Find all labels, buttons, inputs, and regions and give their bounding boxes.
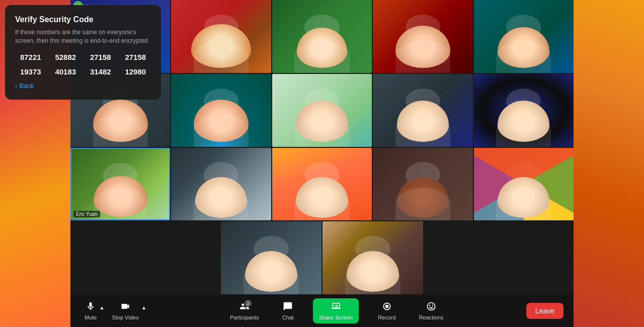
record-button[interactable]: Record — [374, 299, 399, 323]
security-codes-row2: 19373 40183 31482 12980 — [15, 67, 151, 76]
share-screen-icon — [331, 301, 341, 313]
video-cell — [272, 148, 372, 221]
video-cell — [373, 148, 472, 221]
participant-name-eric-yuan: Eric Yuan — [73, 211, 100, 217]
video-cell — [171, 0, 271, 73]
video-arrow-button[interactable]: ▲ — [140, 305, 147, 310]
reactions-button[interactable]: Reactions — [415, 299, 448, 323]
participants-label: Participants — [230, 314, 259, 320]
video-cell — [474, 74, 574, 147]
video-cell — [323, 221, 423, 294]
video-cell — [221, 221, 321, 294]
chat-label: Chat — [282, 314, 294, 320]
mute-button[interactable]: Mute — [80, 299, 101, 323]
stop-video-label: Stop Video — [112, 314, 139, 320]
security-popup-title: Verify Security Code — [15, 15, 151, 24]
mute-group: Mute ▲ — [80, 299, 105, 323]
chat-icon — [283, 301, 293, 313]
share-screen-button[interactable]: Share Screen — [313, 298, 359, 323]
video-cell — [474, 148, 574, 221]
security-codes-row1: 87221 52882 27158 27158 — [15, 53, 151, 61]
participants-badge: 2 — [245, 300, 252, 307]
video-row-3: Eric Yuan — [70, 148, 574, 221]
video-cell — [171, 74, 271, 147]
record-icon — [382, 301, 392, 313]
record-label: Record — [378, 314, 395, 320]
svg-point-1 — [385, 304, 389, 308]
reactions-icon — [426, 301, 436, 313]
security-code-7: 31482 — [85, 67, 116, 76]
toolbar-left: Mute ▲ Stop Video ▲ — [80, 299, 147, 323]
security-code-5: 19373 — [15, 67, 46, 76]
mute-label: Mute — [85, 314, 97, 320]
back-arrow-icon: ‹ — [15, 82, 17, 90]
right-sidebar-decoration — [574, 0, 644, 327]
video-cell — [272, 0, 372, 73]
security-code-1: 87221 — [15, 53, 46, 61]
toolbar-center: 2 Participants Chat — [147, 298, 526, 323]
video-cell-eric-yuan: Eric Yuan — [70, 148, 170, 221]
leave-button[interactable]: Leave — [526, 303, 564, 319]
security-code-4: 27158 — [120, 53, 151, 61]
video-cell — [474, 0, 574, 73]
toolbar-right: Leave — [526, 303, 564, 319]
security-code-3: 27158 — [85, 53, 116, 61]
video-row-4 — [70, 221, 574, 294]
chat-button[interactable]: Chat — [278, 299, 298, 323]
video-cell — [373, 0, 472, 73]
camera-icon — [120, 301, 130, 313]
participants-icon-wrapper: 2 — [239, 301, 250, 313]
security-code-popup: Verify Security Code If these numbers ar… — [5, 5, 161, 100]
reactions-label: Reactions — [419, 314, 444, 320]
back-label: Back — [19, 82, 34, 90]
share-screen-label: Share Screen — [319, 314, 353, 320]
security-code-8: 12980 — [120, 67, 151, 76]
back-button[interactable]: ‹ Back — [15, 82, 151, 90]
mute-arrow-button[interactable]: ▲ — [98, 305, 105, 310]
stop-video-button[interactable]: Stop Video — [108, 299, 143, 323]
microphone-icon — [86, 301, 96, 313]
video-cell — [272, 74, 372, 147]
participants-button[interactable]: 2 Participants — [226, 299, 263, 323]
video-cell — [373, 74, 472, 147]
stop-video-group: Stop Video ▲ — [108, 299, 147, 323]
video-cell — [171, 148, 271, 221]
security-popup-description: If these numbers are the same on everyon… — [15, 28, 151, 45]
toolbar: Mute ▲ Stop Video ▲ — [70, 294, 574, 327]
security-code-6: 40183 — [50, 67, 82, 76]
security-code-2: 52882 — [50, 53, 82, 61]
